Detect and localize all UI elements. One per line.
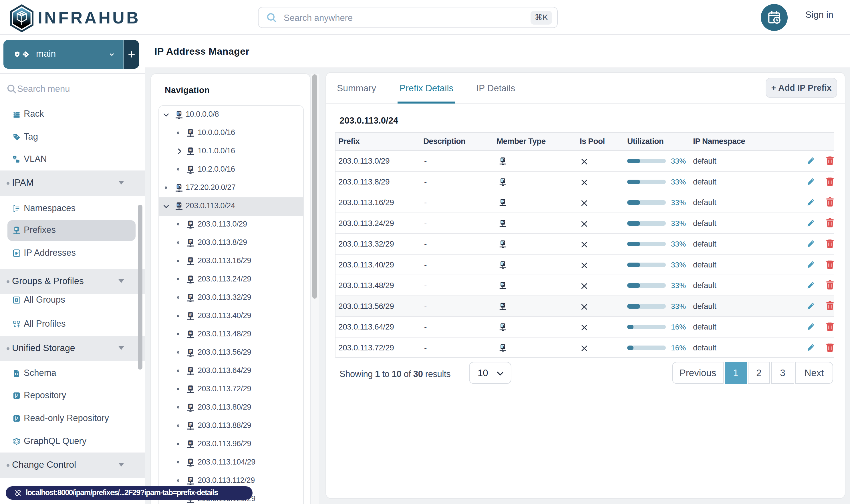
svg-text:IP: IP bbox=[15, 251, 18, 255]
svg-text:IP: IP bbox=[15, 227, 18, 231]
